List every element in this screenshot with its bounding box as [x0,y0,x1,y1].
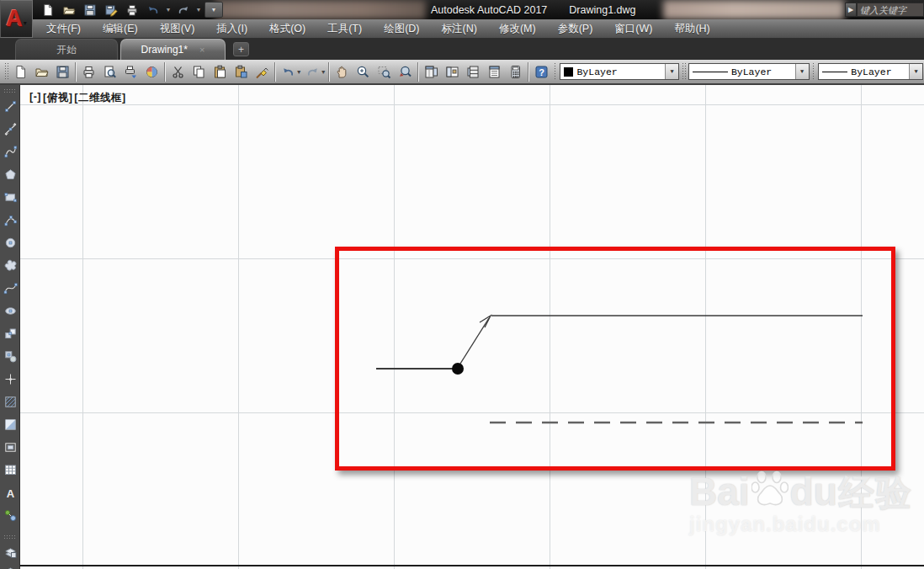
open-button[interactable] [31,61,52,82]
chevron-down-icon[interactable]: ▼ [665,64,678,79]
menu-item-5[interactable]: 工具(T) [316,19,373,39]
menu-item-8[interactable]: 修改(M) [488,19,547,39]
match-properties-icon [255,65,269,79]
close-icon[interactable]: × [199,45,204,55]
quick-calculator-button[interactable] [505,61,526,82]
lineweight-combo[interactable]: ByLayer ▼ [818,63,923,80]
tab-drawing1[interactable]: Drawing1* × [120,39,226,60]
publish-button[interactable] [120,61,141,82]
multiline-text-button[interactable]: A [2,483,19,502]
menu-item-2[interactable]: 视图(V) [149,19,206,39]
toolbar-grip[interactable] [3,534,17,540]
menu-item-9[interactable]: 参数(P) [547,19,604,39]
print-preview-icon [103,65,117,79]
qat-customize-button[interactable]: ▼ [204,2,223,18]
help-button[interactable]: ? [531,61,552,82]
insert-block-button[interactable] [2,324,19,343]
construction-line-button[interactable] [2,120,19,138]
qat-open-button[interactable] [60,2,78,18]
layer-properties-button[interactable] [2,542,19,561]
properties-button[interactable] [421,61,442,82]
toolbar-separator [528,62,529,82]
point-icon [3,372,18,386]
polygon-button[interactable] [2,165,19,183]
zoom-window-button[interactable] [374,61,395,82]
circle-button[interactable] [2,233,19,252]
tab-start[interactable]: 开始 [15,39,118,60]
paste-button[interactable] [210,61,231,82]
copy-button[interactable] [189,61,210,82]
chevron-down-icon[interactable]: ▼ [321,69,327,75]
color-combo[interactable]: ByLayer ▼ [560,63,679,80]
menu-item-3[interactable]: 插入(I) [205,19,258,39]
toolbar-grip[interactable] [554,62,558,81]
toolbar-grip[interactable] [4,62,8,81]
design-center-button[interactable] [442,61,463,82]
ellipse-button[interactable] [2,301,19,320]
qat-print-button[interactable] [123,2,141,18]
line-icon [3,99,18,114]
menu-item-1[interactable]: 编辑(E) [92,19,149,39]
point-button[interactable] [2,370,19,388]
background-blur-patch [663,0,844,19]
linetype-combo[interactable]: ByLayer ▼ [688,63,810,80]
spline-button[interactable] [2,279,19,297]
chevron-down-icon[interactable]: ▼ [909,64,922,79]
search-input[interactable] [857,3,924,17]
arc-button[interactable] [2,210,19,229]
save-button[interactable] [52,61,73,82]
toolbar-grip[interactable] [682,62,686,81]
table-button[interactable] [2,460,19,479]
cut-button[interactable] [167,61,189,82]
print-button[interactable] [78,61,99,82]
save-as-icon [104,3,118,17]
print-preview-button[interactable] [99,61,120,82]
window-title: Autodesk AutoCAD 2017 Drawing1.dwg [431,0,636,19]
region-button[interactable] [2,438,19,456]
qat-redo-button[interactable] [174,2,193,18]
render-button[interactable] [141,61,162,82]
polyline-button[interactable] [2,142,19,161]
qat-save-as-button[interactable] [102,2,120,18]
toolbar-separator [417,62,419,82]
drawing-canvas[interactable]: [-] [俯视] [二维线框] Bai du 经验 [20,85,924,569]
paste-as-block-icon [234,65,248,79]
menu-item-10[interactable]: 窗口(W) [603,19,663,39]
line-button[interactable] [2,97,19,115]
rectangle-button[interactable] [2,188,19,206]
hatch-button[interactable] [2,392,19,411]
save-icon [83,3,97,17]
chevron-down-icon[interactable]: ▼ [165,7,172,13]
qat-undo-button[interactable] [144,2,162,18]
zoom-previous-button[interactable] [395,61,416,82]
menu-item-6[interactable]: 绘图(D) [373,19,430,39]
gradient-button[interactable] [2,415,19,433]
layer-manager-button[interactable] [2,564,19,569]
menu-item-11[interactable]: 帮助(H) [663,19,720,39]
qat-save-button[interactable] [81,2,99,18]
qat-new-button[interactable] [39,2,57,18]
new-tab-button[interactable]: + [233,42,249,56]
menu-item-0[interactable]: 文件(F) [35,19,92,39]
divide-button[interactable] [2,506,19,524]
tool-palettes-button[interactable] [463,61,484,82]
toolbar-grip[interactable] [812,62,816,81]
svg-text:?: ? [539,66,544,77]
menu-item-4[interactable]: 格式(O) [258,19,316,39]
new-button[interactable] [10,61,31,82]
zoom-realtime-button[interactable] [353,61,374,82]
menu-item-7[interactable]: 标注(N) [431,19,488,39]
chevron-down-icon[interactable]: ▼ [795,64,809,79]
chevron-down-icon[interactable]: ▼ [296,69,302,75]
autocad-logo-button[interactable]: A ▾ [0,0,33,38]
paste-as-block-button[interactable] [231,61,252,82]
match-properties-button[interactable] [252,61,273,82]
title-bar: ▼▼▼ Autodesk AutoCAD 2017 Drawing1.dwg ▶ [0,0,924,19]
search-go-button[interactable]: ▶ [845,3,857,17]
chevron-down-icon[interactable]: ▼ [195,7,202,13]
revision-cloud-button[interactable] [2,256,19,274]
sheet-set-manager-button[interactable] [484,61,505,82]
pan-button[interactable] [332,61,353,82]
make-block-button[interactable] [2,347,19,365]
toolbar-grip[interactable] [3,88,17,93]
